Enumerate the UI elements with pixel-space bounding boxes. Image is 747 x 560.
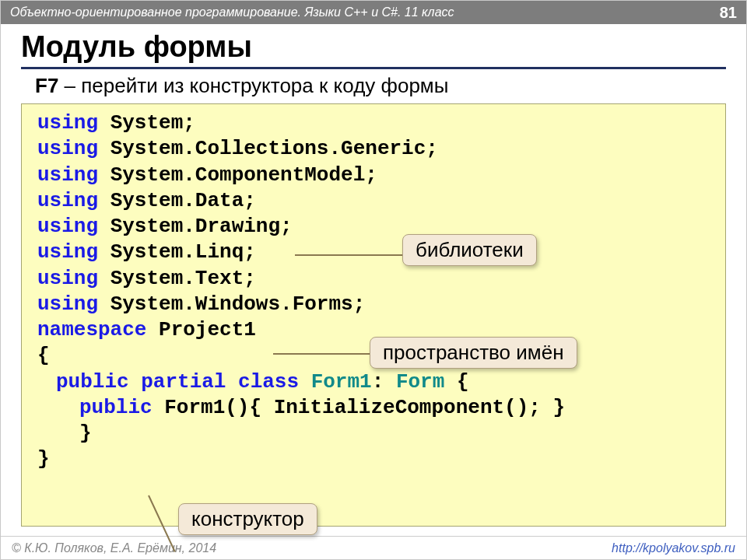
code-token: public xyxy=(79,396,164,419)
code-token: System.Collections.Generic; xyxy=(110,137,438,160)
code-line: using System.Data; xyxy=(37,188,713,214)
code-box: using System;using System.Collections.Ge… xyxy=(21,103,726,527)
code-token: Form xyxy=(396,370,444,394)
code-line: using System.Text; xyxy=(37,266,713,292)
subtitle: F7 – перейти из конструктора к коду форм… xyxy=(1,74,746,106)
code-token: System.Text; xyxy=(110,267,256,290)
code-line: using System.Drawing; xyxy=(37,214,713,240)
copyright: © К.Ю. Поляков, Е.А. Ерёмин, 2014 xyxy=(12,541,216,555)
callout-line-namespace xyxy=(273,353,374,355)
code-token: } xyxy=(37,447,50,471)
footer: © К.Ю. Поляков, Е.А. Ерёмин, 2014 http:/… xyxy=(1,536,746,559)
code-line: using System.Windows.Forms; xyxy=(37,292,713,317)
code-token: using xyxy=(37,163,110,187)
code-token: System.Drawing; xyxy=(110,215,293,238)
code-token: System; xyxy=(110,111,195,135)
footer-link[interactable]: http://kpolyakov.spb.ru xyxy=(612,541,735,555)
code-token: { xyxy=(444,370,468,394)
code-token: namespace xyxy=(37,318,159,341)
code-line: using System; xyxy=(37,110,713,136)
code-token: Form1 xyxy=(311,370,372,394)
code-token: public partial class xyxy=(56,370,311,394)
code-token: using xyxy=(37,267,110,290)
subtitle-text: – перейти из конструктора к коду формы xyxy=(58,74,448,97)
title-underline xyxy=(21,67,726,69)
code-token: Form1(){ InitializeComponent(); } xyxy=(164,396,565,419)
code-token: { xyxy=(37,344,50,367)
page-number: 81 xyxy=(720,1,737,24)
topbar: Объектно-ориентированное программировани… xyxy=(1,1,746,24)
code-line: } xyxy=(37,446,713,472)
code-token: using xyxy=(37,189,110,212)
code-token: System.Data; xyxy=(110,189,256,212)
callout-line-libraries xyxy=(295,254,402,256)
code-token: using xyxy=(37,292,110,316)
code-token: using xyxy=(37,111,110,135)
code-line: using System.ComponentModel; xyxy=(37,163,713,188)
slide: Объектно-ориентированное программировани… xyxy=(0,0,747,560)
code-line: public Form1(){ InitializeComponent(); } xyxy=(37,395,713,421)
slide-title: Модуль формы xyxy=(1,24,746,65)
code-token: System.Windows.Forms; xyxy=(110,292,366,316)
course-title: Объектно-ориентированное программировани… xyxy=(10,1,454,24)
code-line: using System.Linq; xyxy=(37,240,713,265)
hotkey-label: F7 xyxy=(35,74,58,97)
callout-namespace: пространство имён xyxy=(370,337,577,369)
code-line: public partial class Form1: Form { xyxy=(37,369,713,395)
code-token: Project1 xyxy=(159,318,256,341)
code-token: using xyxy=(37,240,110,264)
code-line: } xyxy=(37,421,713,446)
code-token: System.Linq; xyxy=(110,240,256,264)
code-line: using System.Collections.Generic; xyxy=(37,136,713,162)
code-token: using xyxy=(37,137,110,160)
callout-constructor: конструктор xyxy=(178,503,317,535)
callout-libraries: библиотеки xyxy=(402,234,537,266)
code-token: } xyxy=(79,422,92,445)
code-token: : xyxy=(372,370,396,394)
code-token: System.ComponentModel; xyxy=(110,163,377,187)
code-token: using xyxy=(37,215,110,238)
